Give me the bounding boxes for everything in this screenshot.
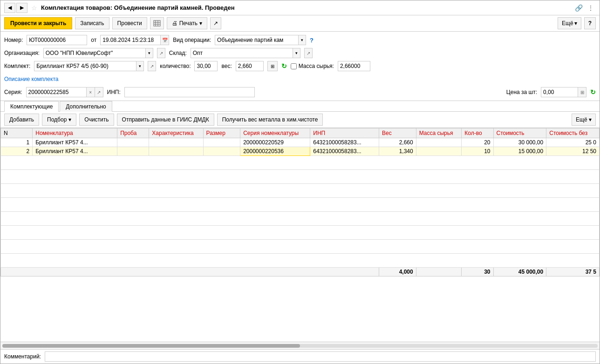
cell-qty-1: 20 (462, 138, 493, 147)
price-input[interactable] (541, 87, 578, 97)
get-weight-button[interactable]: Получить вес металла в хим.чистоте (217, 114, 323, 126)
number-input[interactable] (27, 35, 87, 45)
refresh-price-icon[interactable]: ↻ (590, 88, 596, 96)
col-cost-no-tax[interactable]: Стоимость без (546, 128, 600, 138)
kit-arrow[interactable]: ▾ (136, 61, 144, 71)
components-table: N Номенклатура Проба Характеристика Разм… (0, 128, 600, 342)
number-label: Номер: (4, 37, 23, 43)
series-input[interactable] (26, 87, 87, 97)
org-label: Организация: (4, 50, 40, 56)
table-row-empty (1, 198, 600, 212)
kit-desc-link[interactable]: Описание комплекта (4, 76, 58, 82)
date-label: от (91, 37, 96, 43)
cell-size-2 (203, 147, 240, 156)
back-button[interactable]: ◀ (4, 3, 15, 13)
send-giis-button[interactable]: Отправить данные в ГИИС ДМДК (117, 114, 214, 126)
table-row-empty (1, 254, 600, 268)
export-button[interactable]: ↗ (210, 17, 221, 29)
save-button[interactable]: Записать (75, 17, 109, 29)
weight-table-btn[interactable]: ⊞ (267, 61, 278, 71)
menu-icon[interactable]: ⋮ (586, 3, 596, 13)
date-input[interactable] (100, 35, 161, 45)
weight-label: вес: (221, 63, 232, 69)
tab-components[interactable]: Комплектующие (4, 101, 59, 112)
scrollbar-thumb[interactable] (2, 344, 300, 348)
refresh-weight-icon[interactable]: ↻ (281, 62, 287, 70)
op-type-select[interactable]: Объединение партий кам (215, 35, 299, 45)
printer-icon: 🖨 (172, 20, 177, 27)
more-button[interactable]: Ещё ▾ (558, 17, 581, 29)
kit-open-btn[interactable]: ↗ (148, 61, 156, 71)
col-n[interactable]: N (1, 128, 33, 138)
comment-input[interactable] (45, 351, 596, 362)
org-open-btn[interactable]: ↗ (157, 48, 165, 58)
cell-series-2[interactable]: 2000000220536 (240, 147, 310, 156)
link-icon[interactable]: 🔗 (573, 3, 584, 13)
cell-n-1: 1 (1, 138, 33, 147)
add-button[interactable]: Добавить (4, 114, 39, 126)
col-cost[interactable]: Стоимость (493, 128, 546, 138)
series-open-btn[interactable]: ↗ (95, 87, 103, 97)
col-mass-syrya[interactable]: Масса сырья (416, 128, 462, 138)
masa-syrya-label: Масса сырья: (299, 63, 334, 69)
footer-empty (1, 268, 379, 276)
table-row-empty (1, 240, 600, 254)
forward-button[interactable]: ▶ (16, 3, 27, 13)
comment-bar: Комментарий: (0, 349, 600, 364)
col-proba[interactable]: Проба (117, 128, 149, 138)
favorite-icon[interactable]: ☆ (31, 4, 37, 12)
tab-additional[interactable]: Дополнительно (60, 101, 112, 112)
horizontal-scrollbar[interactable] (0, 342, 600, 349)
masa-checkbox[interactable] (291, 63, 297, 69)
print-arrow: ▾ (199, 20, 202, 27)
cell-cost2-1: 25 0 (546, 138, 600, 147)
help-button[interactable]: ? (584, 17, 596, 29)
clear-button[interactable]: Очистить (79, 114, 114, 126)
post-close-button[interactable]: Провести и закрыть (4, 17, 72, 29)
col-size[interactable]: Размер (203, 128, 240, 138)
col-series[interactable]: Серия номенклатуры (240, 128, 310, 138)
table-row-empty (1, 184, 600, 198)
number-field-wrapper (27, 35, 87, 45)
org-select[interactable]: ООО "НПП ЮвелирСофт" (43, 48, 146, 58)
warehouse-select[interactable]: Опт (191, 48, 293, 58)
col-nomenclature[interactable]: Номенклатура (33, 128, 117, 138)
warehouse-wrapper: Опт ▾ (191, 48, 300, 58)
table-more-button[interactable]: Ещё ▾ (572, 114, 596, 126)
col-characteristic[interactable]: Характеристика (149, 128, 203, 138)
calendar-icon[interactable]: 📅 (161, 35, 169, 45)
tabs-row: Комплектующие Дополнительно (0, 101, 600, 112)
price-wrapper: ⊞ (541, 87, 586, 97)
weight-input[interactable] (236, 61, 264, 71)
col-inp[interactable]: ИНП (310, 128, 379, 138)
cell-cost2-2: 12 50 (546, 147, 600, 156)
select-button[interactable]: Подбор ▾ (42, 114, 76, 126)
masa-checkbox-wrapper[interactable]: Масса сырья: (291, 63, 334, 69)
org-arrow[interactable]: ▾ (146, 48, 153, 58)
col-weight[interactable]: Вес (379, 128, 416, 138)
table-icon[interactable] (150, 17, 164, 29)
op-type-arrow[interactable]: ▾ (299, 35, 306, 45)
price-table-btn[interactable]: ⊞ (578, 87, 586, 97)
cell-char-1 (149, 138, 203, 147)
footer-mass (416, 268, 462, 276)
inp-input[interactable] (124, 87, 255, 97)
cell-proba-2 (117, 147, 149, 156)
org-wrapper: ООО "НПП ЮвелирСофт" ▾ (43, 48, 153, 58)
print-button[interactable]: 🖨 Печать ▾ (167, 17, 207, 29)
post-button[interactable]: Провести (112, 17, 147, 29)
kit-select[interactable]: Бриллиант КР57 4/5 (60-90) (34, 61, 136, 71)
table-row[interactable]: 2 Бриллиант КР57 4... 2000000220536 6432… (1, 147, 600, 156)
page-title: Комплектация товаров: Объединение партий… (41, 4, 570, 11)
series-clear-btn[interactable]: × (87, 87, 95, 97)
cell-n-2: 2 (1, 147, 33, 156)
quantity-label: количество: (160, 63, 191, 69)
warehouse-open-btn[interactable]: ↗ (304, 48, 313, 58)
quantity-input[interactable] (194, 61, 218, 71)
warehouse-arrow[interactable]: ▾ (293, 48, 300, 58)
col-qty[interactable]: Кол-во (462, 128, 493, 138)
table-row[interactable]: 1 Бриллиант КР57 4... 2000000220529 6432… (1, 138, 600, 147)
cell-inp-1: 64321000058283... (310, 138, 379, 147)
masa-syrya-input[interactable] (338, 61, 370, 71)
op-type-help-icon[interactable]: ? (310, 37, 314, 44)
